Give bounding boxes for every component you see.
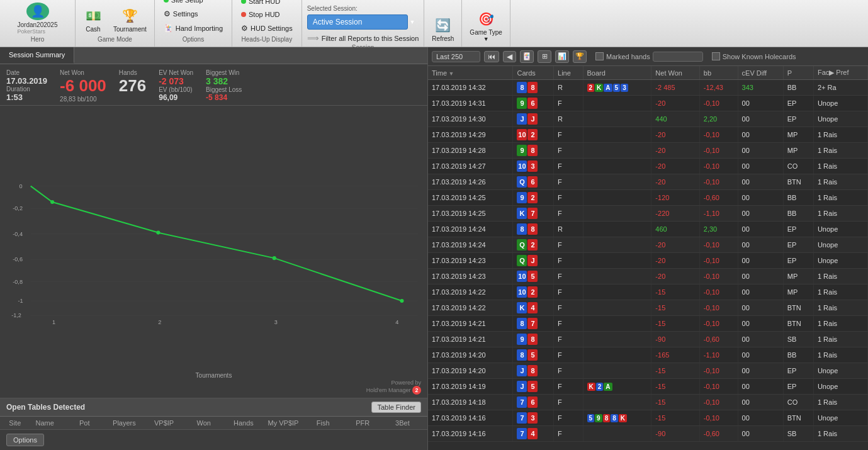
table-finder-button[interactable]: Table Finder bbox=[371, 402, 421, 413]
table-row[interactable]: 17.03.2019 14:3196F-20-0,1000EPUnope bbox=[428, 96, 868, 111]
cell-line: F bbox=[554, 363, 583, 379]
nav-prev-button[interactable]: ◀ bbox=[503, 51, 516, 62]
card-chip: 5 bbox=[527, 381, 538, 392]
show-holecards-checkbox[interactable] bbox=[712, 52, 720, 60]
cell-bb: -0,10 bbox=[699, 143, 738, 159]
table-row[interactable]: 17.03.2019 14:23QJF-20-0,1000EPUnope bbox=[428, 253, 868, 269]
cell-pref: 1 Rais bbox=[813, 159, 867, 174]
cell-bb: 2,20 bbox=[699, 111, 738, 127]
svg-text:4: 4 bbox=[395, 319, 398, 325]
refresh-group: 🔄 Refresh bbox=[424, 0, 462, 47]
cell-cards: 92 bbox=[513, 190, 554, 206]
card-chip: 9 bbox=[517, 145, 527, 156]
tournament-button[interactable]: 🏆 Tournament bbox=[110, 4, 150, 35]
session-area: Selected Session: Active Session ⟹ Filte… bbox=[302, 0, 425, 47]
nav-first-button[interactable]: ⏮ bbox=[484, 51, 499, 62]
cell-net-won: -15 bbox=[651, 316, 699, 332]
table-row[interactable]: 17.03.2019 14:2085F-165-1,1000BB1 Rais bbox=[428, 347, 868, 363]
table-row[interactable]: 17.03.2019 14:25K7F-220-1,1000BB1 Rais bbox=[428, 206, 868, 222]
table-row[interactable]: 17.03.2019 14:23105F-20-0,1000MP1 Rais bbox=[428, 269, 868, 284]
svg-point-19 bbox=[156, 231, 160, 235]
marked-hands-checkbox[interactable] bbox=[595, 52, 604, 60]
cell-pref: 1 Rais bbox=[813, 332, 867, 347]
svg-text:-0,8: -0,8 bbox=[13, 279, 23, 285]
card-chip: 3 bbox=[527, 160, 538, 172]
table-row[interactable]: 17.03.2019 14:2592F-120-0,6000BB1 Rais bbox=[428, 190, 868, 206]
board-chip: K bbox=[587, 383, 595, 391]
cell-position: CO bbox=[783, 159, 813, 174]
site-setup-button[interactable]: Site Setup bbox=[159, 0, 208, 6]
table-row[interactable]: 17.03.2019 14:2898F-20-0,1000MP1 Rais bbox=[428, 143, 868, 159]
table-row[interactable]: 17.03.2019 14:24Q2F-20-0,1000EPUnope bbox=[428, 237, 868, 253]
cell-position: SB bbox=[783, 426, 813, 442]
settings-button[interactable]: ⚙ Settings bbox=[159, 8, 203, 20]
svg-text:-0,6: -0,6 bbox=[13, 256, 23, 262]
table-col-site: Site bbox=[5, 419, 25, 427]
game-type-button[interactable]: 🎯 Game Type ▼ bbox=[466, 7, 506, 44]
cash-button[interactable]: 💵 Cash bbox=[79, 4, 107, 35]
start-hud-button[interactable]: Start HUD bbox=[236, 0, 285, 7]
cell-board bbox=[583, 332, 651, 347]
col-cards: Cards bbox=[513, 66, 554, 80]
filter-button[interactable]: ⟹ Filter all Reports to this Session bbox=[307, 33, 419, 43]
refresh-button[interactable]: 🔄 Refresh bbox=[428, 13, 458, 44]
hand-importing-button[interactable]: 🃏 Hand Importing bbox=[159, 22, 228, 35]
table-row[interactable]: 17.03.2019 14:2488R4602,3000EPUnope bbox=[428, 222, 868, 237]
cell-net-won: -90 bbox=[651, 426, 699, 442]
table-row[interactable]: 17.03.2019 14:22K4F-15-0,1000BTN1 Rais bbox=[428, 300, 868, 316]
svg-point-18 bbox=[50, 200, 54, 204]
options-button[interactable]: Options bbox=[6, 434, 44, 446]
cell-pref: 1 Rais bbox=[813, 426, 867, 442]
cell-net-won: -220 bbox=[651, 206, 699, 222]
session-select[interactable]: Active Session bbox=[307, 14, 408, 30]
cell-board bbox=[583, 222, 651, 237]
stop-hud-button[interactable]: Stop HUD bbox=[236, 9, 285, 20]
cell-net-won: -165 bbox=[651, 347, 699, 363]
marked-hands-select[interactable] bbox=[653, 52, 703, 62]
table-row[interactable]: 17.03.2019 14:2198F-90-0,6000SB1 Rais bbox=[428, 332, 868, 347]
last-select[interactable]: Last 25Last 50Last 100Last 250Last 500La… bbox=[432, 51, 480, 62]
cell-time: 17.03.2019 14:20 bbox=[428, 363, 513, 379]
table-col-hands: Hands bbox=[223, 419, 263, 427]
table-row[interactable]: 17.03.2019 14:20J8F-15-0,1000EPUnope bbox=[428, 363, 868, 379]
table-row[interactable]: 17.03.2019 14:30JJR4402,2000EPUnope bbox=[428, 111, 868, 127]
cell-net-won: 460 bbox=[651, 222, 699, 237]
svg-text:3: 3 bbox=[274, 319, 278, 325]
table-col-vpsip: VP$IP bbox=[144, 419, 184, 427]
ev-bb100-label: EV (bb/100) bbox=[159, 86, 192, 93]
table-row[interactable]: 17.03.2019 14:27103F-20-0,1000CO1 Rais bbox=[428, 159, 868, 174]
table-row[interactable]: 17.03.2019 14:1673F5988K-15-0,1000BTNUno… bbox=[428, 410, 868, 426]
table-row[interactable]: 17.03.2019 14:29102F-20-0,1000MP1 Rais bbox=[428, 127, 868, 143]
cards-view-button[interactable]: 🃏 bbox=[520, 50, 534, 63]
table-row[interactable]: 17.03.2019 14:1674F-90-0,6000SB1 Rais bbox=[428, 426, 868, 442]
ev-bb100-value: 96,09 bbox=[159, 93, 178, 102]
hand-importing-icon: 🃏 bbox=[164, 24, 173, 33]
col-board: Board bbox=[583, 66, 651, 80]
hud-settings-button[interactable]: ⚙ HUD Settings bbox=[236, 22, 298, 35]
cell-time: 17.03.2019 14:18 bbox=[428, 395, 513, 410]
open-tables-section: Open Tables Detected Table Finder SiteNa… bbox=[0, 398, 427, 430]
bar-chart-button[interactable]: 📊 bbox=[555, 50, 569, 63]
card-chip: 2 bbox=[527, 192, 538, 203]
cell-time: 17.03.2019 14:20 bbox=[428, 347, 513, 363]
cell-pref: 1 Rais bbox=[813, 347, 867, 363]
cell-cards: 74 bbox=[513, 426, 554, 442]
trophy-button[interactable]: 🏆 bbox=[573, 50, 587, 63]
col-time[interactable]: Time ▼ bbox=[428, 66, 513, 80]
table-row[interactable]: 17.03.2019 14:22102F-15-0,1000MP1 Rais bbox=[428, 284, 868, 300]
marked-hands-label: Marked hands bbox=[606, 53, 650, 60]
cell-pref: 2+ Ra bbox=[813, 80, 867, 96]
cell-time: 17.03.2019 14:32 bbox=[428, 80, 513, 96]
cell-cev-diff: 00 bbox=[738, 96, 783, 111]
cell-net-won: -15 bbox=[651, 395, 699, 410]
table-row[interactable]: 17.03.2019 14:3288R2KA53-2 485-12,43343B… bbox=[428, 80, 868, 96]
cell-net-won: -15 bbox=[651, 300, 699, 316]
table-row[interactable]: 17.03.2019 14:19J5FK2A-15-0,1000EPUnope bbox=[428, 379, 868, 395]
table-row[interactable]: 17.03.2019 14:1876F-15-0,1000CO1 Rais bbox=[428, 395, 868, 410]
cell-line: F bbox=[554, 332, 583, 347]
grid-view-button[interactable]: ⊞ bbox=[538, 50, 551, 63]
cell-cards: J5 bbox=[513, 379, 554, 395]
table-row[interactable]: 17.03.2019 14:26Q6F-20-0,1000BTN1 Rais bbox=[428, 174, 868, 190]
tab-session-summary[interactable]: Session Summary bbox=[0, 47, 74, 64]
table-row[interactable]: 17.03.2019 14:2187F-15-0,1000BTN1 Rais bbox=[428, 316, 868, 332]
